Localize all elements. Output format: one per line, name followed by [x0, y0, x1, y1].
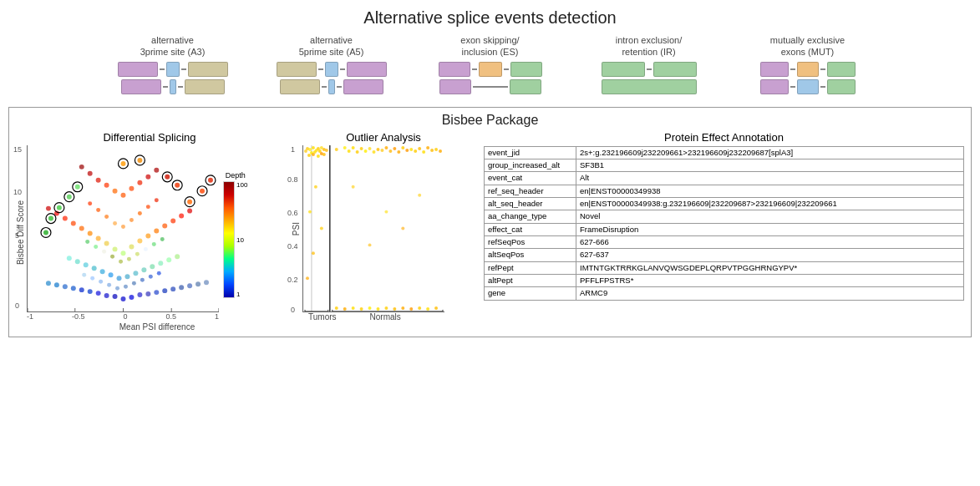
ds-canvas — [27, 145, 219, 312]
svg-point-145 — [320, 226, 323, 230]
svg-point-176 — [418, 193, 421, 196]
svg-point-160 — [426, 146, 429, 149]
oa-y-06: 0.6 — [287, 209, 298, 217]
exon — [121, 79, 161, 94]
table-row: altSeqPos627-637 — [485, 249, 964, 261]
pea-key: ref_seq_header — [485, 185, 576, 197]
pea-value: en|ENST00000349938:g.232196609|232209687… — [576, 197, 964, 210]
svg-point-75 — [43, 230, 48, 235]
pea-value: FrameDisruption — [576, 223, 964, 235]
svg-point-170 — [414, 149, 417, 153]
pea-key: altSeqPos — [485, 249, 576, 261]
splice-type-a3: alternative3prime site (A3) — [106, 34, 240, 97]
svg-point-33 — [175, 254, 180, 259]
svg-point-60 — [154, 167, 159, 172]
svg-point-25 — [141, 267, 146, 272]
pea-key: event_jid — [485, 146, 576, 159]
oa-y-0: 0 — [291, 306, 295, 314]
connector — [472, 68, 477, 70]
splice-type-mut: mutually exclusiveexons (MUT) — [741, 34, 875, 97]
svg-point-69 — [200, 188, 205, 193]
oa-x-labels: Tumors Normals — [308, 312, 475, 321]
svg-point-167 — [388, 149, 392, 153]
bisbee-title: Bisbee Package — [16, 113, 964, 128]
svg-point-11 — [170, 286, 175, 291]
pea-key: effect_cat — [485, 223, 576, 235]
a5-top-exons — [277, 62, 387, 77]
svg-point-31 — [166, 257, 171, 262]
svg-point-177 — [368, 243, 372, 246]
svg-point-95 — [157, 271, 161, 275]
svg-point-54 — [129, 185, 134, 190]
main-title: Alternative splice events detection — [0, 8, 980, 28]
svg-point-113 — [88, 201, 92, 205]
table-row: aa_change_typeNovel — [485, 210, 964, 223]
exon — [280, 79, 320, 94]
y-tick-15: 15 — [13, 145, 22, 154]
svg-point-147 — [306, 276, 309, 280]
svg-point-63 — [57, 205, 62, 210]
svg-point-32 — [67, 256, 72, 261]
pea-key: aa_change_type — [485, 210, 576, 223]
x-tick-neg1: -1 — [27, 312, 33, 321]
svg-point-71 — [67, 194, 72, 199]
svg-point-153 — [335, 148, 338, 151]
svg-point-39 — [96, 235, 101, 240]
exon — [328, 79, 335, 94]
svg-point-18 — [46, 281, 51, 286]
connector — [163, 86, 168, 88]
splice-label-es: exon skipping/inclusion (ES) — [460, 34, 519, 58]
svg-point-171 — [422, 150, 425, 154]
splice-label-a5: alternative5prime site (A5) — [299, 34, 364, 58]
svg-point-29 — [158, 261, 163, 266]
svg-point-105 — [160, 237, 165, 241]
splice-type-es: exon skipping/inclusion (ES) — [424, 34, 557, 97]
svg-point-109 — [104, 215, 109, 219]
svg-point-183 — [384, 306, 388, 310]
svg-point-48 — [179, 213, 184, 218]
pea-value: IMTNTGKTRRKGLANVQWSGDEPLQRPVTPGGHRNGYPV* — [576, 261, 964, 274]
svg-point-15 — [187, 283, 192, 288]
svg-point-114 — [155, 198, 159, 202]
mut-bottom-exons — [760, 79, 856, 94]
svg-point-108 — [129, 218, 134, 222]
svg-point-1 — [129, 295, 134, 300]
pea-key: altPept — [485, 275, 576, 287]
svg-point-56 — [137, 180, 142, 185]
svg-point-10 — [79, 287, 84, 292]
svg-point-4 — [104, 293, 109, 298]
x-tick-labels: -1 -0.5 0 0.5 1 — [27, 312, 219, 321]
svg-point-37 — [104, 240, 109, 246]
x-tick-05: 0.5 — [165, 312, 176, 321]
y-tick-0: 0 — [15, 301, 19, 310]
oa-y-1: 1 — [291, 145, 295, 154]
svg-point-22 — [109, 272, 114, 277]
colorbar: Depth 100 10 1 — [223, 171, 247, 298]
svg-point-7 — [154, 290, 159, 295]
svg-point-174 — [352, 185, 355, 188]
svg-point-112 — [146, 205, 150, 209]
svg-point-52 — [121, 192, 126, 197]
svg-point-168 — [397, 150, 400, 154]
colorbar-gradient — [223, 181, 235, 298]
svg-point-185 — [401, 306, 404, 310]
exon — [118, 62, 158, 77]
y-tick-5: 5 — [15, 231, 19, 240]
connector — [820, 68, 825, 70]
svg-point-20 — [117, 276, 122, 281]
svg-point-21 — [124, 274, 129, 279]
svg-point-146 — [312, 251, 315, 255]
svg-point-142 — [322, 153, 326, 156]
bisbee-section: Bisbee Package Differential Splicing Bis… — [8, 107, 972, 337]
svg-point-87 — [124, 284, 128, 288]
svg-point-138 — [312, 153, 315, 156]
oa-chart — [302, 145, 444, 312]
y-tick-10: 10 — [13, 188, 22, 196]
pea-key: refSeqPos — [485, 236, 576, 249]
svg-point-61 — [79, 164, 84, 169]
pea-key: event_cat — [485, 172, 576, 185]
svg-point-58 — [145, 174, 150, 179]
svg-point-190 — [343, 307, 347, 311]
connector — [504, 68, 509, 70]
colorbar-min: 1 — [236, 291, 247, 298]
